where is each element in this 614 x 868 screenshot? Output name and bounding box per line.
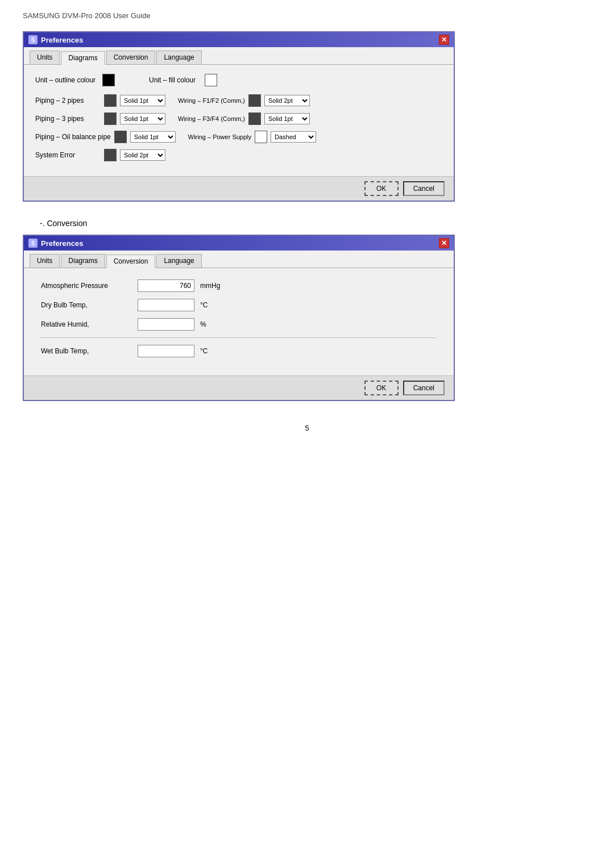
- wet-bulb-temp-row: Wet Bulb Temp, °C: [41, 345, 437, 357]
- piping-oil-label: Piping – Oil balance pipe: [35, 133, 111, 141]
- wet-bulb-temp-unit: °C: [200, 347, 208, 355]
- tab-conversion[interactable]: Conversion: [106, 254, 156, 268]
- system-error-label: System Error: [35, 151, 101, 159]
- conversion-dialog-body: Atmospheric Pressure mmHg Dry Bulb Temp,…: [24, 268, 454, 375]
- dry-bulb-temp-unit: °C: [200, 301, 208, 309]
- page-number: 5: [23, 424, 591, 432]
- dry-bulb-temp-input[interactable]: [138, 299, 194, 311]
- unit-outline-label: Unit – outline colour: [35, 76, 98, 84]
- diagrams-dialog-body: Unit – outline colour Unit – fill colour…: [24, 65, 454, 176]
- conversion-close-button[interactable]: ✕: [439, 238, 449, 248]
- conversion-dialog-icon: S: [28, 239, 38, 248]
- tab-units-diagrams[interactable]: Units: [30, 51, 60, 64]
- titlebar-left: S Preferences: [28, 35, 83, 44]
- wiring-power-select[interactable]: Dashed Solid 1pt Solid 2pt: [271, 131, 316, 143]
- conversion-section-label: -. Conversion: [40, 219, 591, 228]
- relative-humid-input[interactable]: [138, 318, 194, 331]
- diagrams-dialog-footer: OK Cancel: [24, 176, 454, 201]
- piping-3pipes-swatch[interactable]: [104, 112, 117, 125]
- relative-humid-row: Relative Humid, %: [41, 318, 437, 331]
- conversion-titlebar: S Preferences ✕: [24, 236, 454, 251]
- conversion-dialog-title: Preferences: [41, 239, 83, 248]
- system-error-swatch[interactable]: [104, 149, 117, 161]
- tab-units-conversion[interactable]: Units: [30, 254, 60, 268]
- tab-language-conversion[interactable]: Language: [156, 254, 201, 268]
- page-header: SAMSUNG DVM-Pro 2008 User Guide: [23, 11, 591, 20]
- unit-outline-swatch[interactable]: [102, 74, 115, 86]
- conversion-preferences-dialog: S Preferences ✕ Units Diagrams Conversio…: [23, 235, 455, 401]
- diagrams-ok-button[interactable]: OK: [364, 181, 399, 196]
- relative-humid-unit: %: [200, 320, 206, 328]
- wiring-f1f2-swatch[interactable]: [248, 94, 261, 107]
- diagrams-preferences-dialog: S Preferences ✕ Units Diagrams Conversio…: [23, 31, 455, 202]
- tab-conversion-diagrams[interactable]: Conversion: [106, 51, 156, 64]
- piping-2pipes-select[interactable]: Solid 1pt Solid 2pt Dashed: [120, 95, 165, 106]
- diagrams-cancel-button[interactable]: Cancel: [403, 181, 445, 196]
- conversion-ok-button[interactable]: OK: [364, 381, 399, 395]
- wiring-power-swatch[interactable]: [255, 131, 267, 143]
- diagrams-tabs: Units Diagrams Conversion Language: [24, 47, 454, 65]
- diagrams-titlebar: S Preferences ✕: [24, 32, 454, 47]
- diagrams-dialog-title: Preferences: [41, 36, 83, 44]
- system-error-row: System Error Solid 2pt Solid 1pt Dashed: [35, 149, 442, 161]
- piping-3pipes-select[interactable]: Solid 1pt Solid 2pt Dashed: [120, 113, 165, 124]
- unit-fill-block: Unit – fill colour: [149, 74, 217, 86]
- atmospheric-pressure-row: Atmospheric Pressure mmHg: [41, 279, 437, 292]
- tab-diagrams-conversion[interactable]: Diagrams: [61, 254, 105, 268]
- atmospheric-pressure-input[interactable]: [138, 279, 194, 292]
- header-title: SAMSUNG DVM-Pro 2008 User Guide: [23, 11, 151, 20]
- conversion-cancel-button[interactable]: Cancel: [403, 381, 445, 395]
- diagrams-close-button[interactable]: ✕: [439, 35, 449, 45]
- piping-oil-select[interactable]: Solid 1pt Solid 2pt Dashed: [130, 131, 176, 143]
- unit-colours-row: Unit – outline colour Unit – fill colour: [35, 74, 442, 86]
- wiring-f1f2-select[interactable]: Solid 2pt Solid 1pt Dashed: [264, 95, 310, 106]
- conversion-divider: [41, 337, 437, 338]
- system-error-select[interactable]: Solid 2pt Solid 1pt Dashed: [120, 149, 165, 161]
- dry-bulb-temp-row: Dry Bulb Temp, °C: [41, 299, 437, 311]
- piping-oil-row: Piping – Oil balance pipe Solid 1pt Soli…: [35, 131, 442, 143]
- wet-bulb-temp-input[interactable]: [138, 345, 194, 357]
- conversion-tabs: Units Diagrams Conversion Language: [24, 251, 454, 268]
- dry-bulb-temp-label: Dry Bulb Temp,: [41, 301, 132, 309]
- wiring-power-label: Wiring – Power Supply: [188, 133, 251, 140]
- dialog-icon: S: [28, 35, 38, 44]
- wiring-f3f4-swatch[interactable]: [248, 112, 261, 125]
- wiring-f1f2-label: Wiring – F1/F2 (Comm,): [178, 97, 245, 104]
- wet-bulb-temp-label: Wet Bulb Temp,: [41, 347, 132, 355]
- conversion-titlebar-left: S Preferences: [28, 239, 83, 248]
- tab-language-diagrams[interactable]: Language: [156, 51, 201, 64]
- piping-3pipes-label: Piping – 3 pipes: [35, 115, 101, 123]
- piping-oil-swatch[interactable]: [114, 131, 127, 143]
- unit-outline-block: Unit – outline colour: [35, 74, 115, 86]
- piping-3pipes-row: Piping – 3 pipes Solid 1pt Solid 2pt Das…: [35, 112, 442, 125]
- piping-2pipes-row: Piping – 2 pipes Solid 1pt Solid 2pt Das…: [35, 94, 442, 107]
- tab-diagrams[interactable]: Diagrams: [61, 51, 105, 65]
- unit-fill-label: Unit – fill colour: [149, 76, 196, 84]
- atmospheric-pressure-unit: mmHg: [200, 282, 220, 290]
- relative-humid-label: Relative Humid,: [41, 320, 132, 328]
- piping-2pipes-label: Piping – 2 pipes: [35, 97, 101, 105]
- wiring-f3f4-select[interactable]: Solid 1pt Solid 2pt Dashed: [264, 113, 310, 124]
- piping-2pipes-swatch[interactable]: [104, 94, 117, 107]
- conversion-dialog-footer: OK Cancel: [24, 375, 454, 400]
- atmospheric-pressure-label: Atmospheric Pressure: [41, 282, 132, 290]
- wiring-f3f4-label: Wiring – F3/F4 (Comm,): [178, 115, 245, 122]
- unit-fill-swatch[interactable]: [205, 74, 217, 86]
